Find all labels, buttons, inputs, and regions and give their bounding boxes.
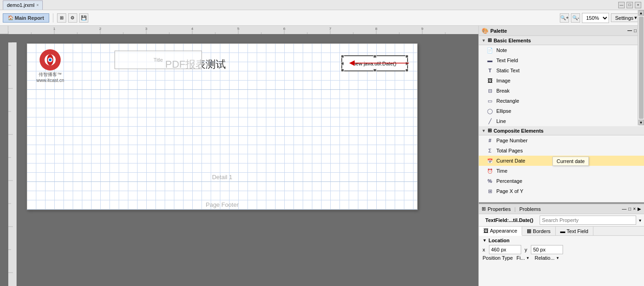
textfield-label: Text Field — [496, 58, 518, 63]
palette-basic-items: Note Text Field Static Text Image — [479, 45, 644, 126]
palette-scrollbar[interactable]: ▲ ▼ — [638, 26, 644, 125]
palette-item-totalpages[interactable]: Total Pages — [479, 146, 644, 156]
toolbar-icon-save[interactable]: 💾 — [79, 13, 88, 23]
handle-tr[interactable] — [405, 55, 408, 58]
handle-mr[interactable] — [405, 62, 408, 65]
palette-item-rectangle[interactable]: Rectangle — [479, 96, 644, 106]
problems-tab-label[interactable]: Problems — [519, 206, 540, 212]
handle-bc[interactable] — [373, 69, 376, 72]
appearance-label: Appearance — [490, 228, 517, 233]
detail-section: Detail 1 — [27, 90, 417, 182]
composite-expand-icon: ▼ — [482, 128, 486, 133]
toolbar-icon-settings2[interactable]: ⚙ — [68, 13, 77, 23]
y-input[interactable] — [531, 245, 563, 254]
editor-panel: ruler ticks — [0, 26, 478, 286]
palette-item-break[interactable]: Break — [479, 86, 644, 96]
palette-maximize-icon[interactable]: □ — [634, 28, 637, 33]
svg-text:1: 1 — [53, 27, 56, 31]
main-report-tab[interactable]: 🏠 Main Report — [3, 13, 49, 23]
zoom-out-icon[interactable]: 🔍- — [571, 13, 580, 23]
palette-icon: 🎨 — [482, 28, 489, 34]
svg-text:5: 5 — [237, 27, 240, 31]
palette-item-pagexofy[interactable]: Page X of Y — [479, 186, 644, 196]
pos-type-dropdown-icon[interactable]: ▾ — [527, 256, 529, 260]
percentage-icon — [486, 177, 494, 185]
footer-section: Page Footer — [27, 182, 417, 210]
handle-bl[interactable] — [341, 69, 344, 72]
tab-borders[interactable]: ▦ Borders — [522, 227, 556, 235]
win-close[interactable]: × — [635, 2, 641, 8]
settings-button[interactable]: Settings ▾ — [611, 13, 641, 22]
window-controls: — □ × — [618, 2, 641, 8]
break-label: Break — [496, 88, 510, 93]
palette-icon-basic: ⊞ — [488, 37, 492, 43]
basic-expand-icon: ▼ — [482, 38, 486, 43]
svg-rect-0 — [8, 26, 478, 34]
pos-type-value: Fi... — [517, 255, 525, 261]
file-tab-close[interactable]: × — [36, 3, 39, 7]
y-label: y — [525, 247, 528, 252]
date-field[interactable]: new java.util.Date() — [341, 55, 408, 71]
horizontal-ruler: ruler ticks — [8, 26, 478, 34]
svg-text:2: 2 — [99, 27, 102, 31]
zoom-in-icon[interactable]: 🔍+ — [560, 13, 569, 23]
location-row: x y — [483, 245, 640, 254]
palette-minimize-icon[interactable]: — — [627, 28, 632, 33]
totalpages-label: Total Pages — [496, 148, 523, 153]
basic-elements-label: Basic Elements — [494, 38, 531, 43]
pagexofy-label: Page X of Y — [496, 188, 523, 194]
palette-item-pagenumber[interactable]: Page Number — [479, 135, 644, 146]
handle-br[interactable] — [405, 69, 408, 72]
tab-textfield[interactable]: ▬ Text Field — [556, 227, 593, 235]
palette-item-currentdate[interactable]: Current Date Current date — [479, 156, 644, 166]
currentdate-icon — [486, 157, 494, 164]
time-label: Time — [496, 168, 507, 174]
image-icon — [486, 77, 494, 84]
file-tab[interactable]: demo1.jrxml × — [3, 0, 43, 10]
properties-title: Properties — [488, 206, 511, 212]
textfield-icon — [486, 57, 494, 64]
palette-item-line[interactable]: Line — [479, 116, 644, 126]
palette-item-percentage[interactable]: Percentage — [479, 176, 644, 186]
palette-item-ellipse[interactable]: Ellipse — [479, 106, 644, 116]
zoom-select[interactable]: 150% 100% 75% 50% — [582, 13, 609, 23]
palette-composite-header[interactable]: ▼ ⊞ Composite Elements — [479, 126, 644, 135]
svg-text:6: 6 — [283, 27, 286, 31]
x-input[interactable] — [489, 245, 521, 254]
svg-text:8: 8 — [375, 27, 378, 31]
editor-scroll[interactable]: 传智播客™ www.itcast.cn PDF报表测试 Title — [8, 34, 478, 286]
location-collapse-icon[interactable]: ▼ — [483, 238, 487, 243]
handle-ml[interactable] — [341, 62, 344, 65]
pos-type-extra2-icon[interactable]: ▾ — [557, 256, 559, 260]
handle-tl[interactable] — [341, 55, 344, 58]
prop-panel-close-icon[interactable]: × — [633, 206, 636, 211]
win-minimize[interactable]: — — [618, 2, 625, 8]
canvas-scroll-inner[interactable]: 传智播客™ www.itcast.cn PDF报表测试 Title — [8, 34, 478, 286]
palette-item-image[interactable]: Image — [479, 76, 644, 86]
prop-search-dropdown-icon[interactable]: ▾ — [639, 218, 641, 223]
prop-panel-minimize-icon[interactable]: — — [622, 206, 627, 211]
title-placeholder-box[interactable]: Title — [115, 51, 202, 69]
prop-panel-maximize-icon[interactable]: □ — [628, 206, 631, 211]
palette-item-textfield[interactable]: Text Field — [479, 55, 644, 65]
palette-title: Palette — [490, 28, 507, 34]
scroll-down-icon[interactable]: ▼ — [638, 120, 644, 125]
palette-basic-header[interactable]: ▼ ⊞ Basic Elements — [479, 36, 644, 45]
svg-text:7: 7 — [329, 27, 332, 31]
toolbar-icon-grid[interactable]: ⊞ — [57, 13, 66, 23]
win-maximize[interactable]: □ — [627, 2, 633, 8]
prop-panel-chevron-icon[interactable]: ▶ — [638, 206, 641, 211]
settings-chevron-icon: ▾ — [634, 15, 637, 21]
palette-item-note[interactable]: Note — [479, 45, 644, 55]
palette-section: 🎨 Palette — □ × ▼ ⊞ Basic Elements — [479, 26, 644, 203]
report-canvas: 传智播客™ www.itcast.cn PDF报表测试 Title — [27, 43, 418, 210]
note-icon — [486, 47, 494, 54]
totalpages-icon — [486, 147, 494, 154]
scroll-thumb[interactable] — [639, 26, 644, 119]
date-expression: new java.util.Date() — [353, 61, 396, 66]
palette-item-time[interactable]: Time — [479, 166, 644, 176]
palette-item-statictext[interactable]: Static Text — [479, 65, 644, 76]
tab-appearance[interactable]: 🖼 Appearance — [479, 227, 522, 236]
handle-tc[interactable] — [373, 55, 376, 58]
search-property-input[interactable] — [540, 216, 636, 225]
